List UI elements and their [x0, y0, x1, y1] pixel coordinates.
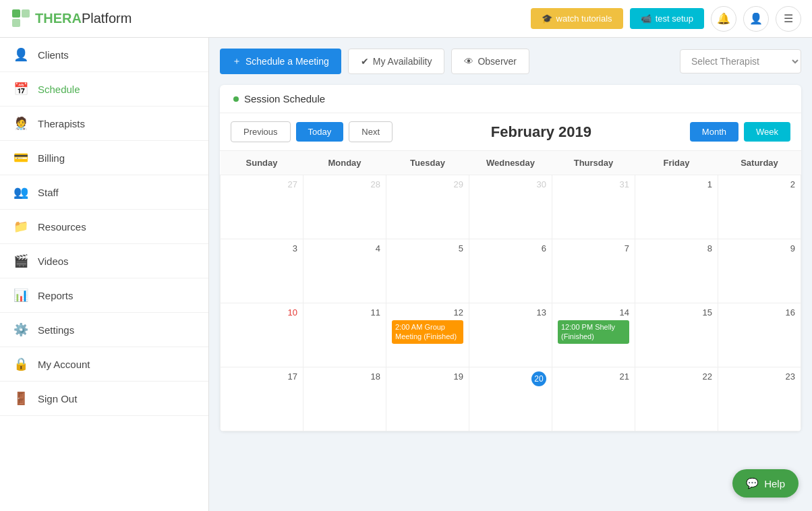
sidebar-sign-out-label: Sign Out — [38, 393, 77, 404]
calendar-cell[interactable]: 19 — [386, 367, 469, 431]
day-number: 17 — [226, 371, 297, 382]
user-icon: 👤 — [749, 12, 763, 25]
notifications-button[interactable]: 🔔 — [711, 6, 736, 32]
calendar-cell[interactable]: 20 — [469, 367, 552, 431]
col-thursday: Thursday — [552, 151, 635, 175]
week-button[interactable]: Week — [744, 122, 790, 142]
sidebar-item-staff[interactable]: 👥 Staff — [0, 175, 208, 210]
reports-icon: 📊 — [13, 288, 28, 303]
test-setup-button[interactable]: 📹 test setup — [630, 8, 704, 29]
sidebar-schedule-label: Schedule — [38, 84, 80, 95]
calendar-cell[interactable]: 30 — [469, 175, 552, 239]
calendar-cell[interactable]: 16 — [718, 303, 801, 367]
menu-button[interactable]: ☰ — [776, 6, 801, 32]
calendar-nav: Previous Today Next February 2019 Month … — [220, 113, 801, 151]
day-number: 10 — [226, 307, 297, 318]
col-sunday: Sunday — [221, 151, 303, 175]
day-number: 23 — [724, 371, 795, 382]
day-number: 30 — [475, 179, 546, 189]
calendar-cell[interactable]: 18 — [303, 367, 386, 431]
day-number: 16 — [724, 307, 795, 318]
my-availability-label: My Availability — [373, 56, 432, 67]
calendar-cell[interactable]: 1 — [635, 175, 718, 239]
calendar-cell[interactable]: 5 — [386, 239, 469, 303]
calendar-cell[interactable]: 28 — [303, 175, 386, 239]
calendar-cell[interactable]: 22 — [635, 367, 718, 431]
svg-rect-2 — [12, 19, 20, 27]
sidebar-item-reports[interactable]: 📊 Reports — [0, 278, 208, 313]
help-label: Help — [764, 478, 785, 489]
calendar-cell[interactable]: 7 — [552, 239, 635, 303]
today-button[interactable]: Today — [296, 122, 344, 142]
calendar-cell[interactable]: 21 — [552, 367, 635, 431]
day-number: 29 — [392, 179, 463, 189]
app-body: 👤 Clients 📅 Schedule 🧑‍⚕️ Therapists 💳 B… — [0, 38, 812, 511]
sidebar-item-billing[interactable]: 💳 Billing — [0, 141, 208, 175]
calendar-cell[interactable]: 29 — [386, 175, 469, 239]
sidebar-item-therapists[interactable]: 🧑‍⚕️ Therapists — [0, 107, 208, 141]
schedule-meeting-label: Schedule a Meeting — [245, 56, 329, 67]
calendar-cell[interactable]: 9 — [718, 239, 801, 303]
day-number: 6 — [475, 243, 546, 253]
calendar-week-row: 17181920212223 — [221, 367, 801, 431]
calendar-header-bar: Session Schedule — [220, 85, 801, 113]
day-number: 31 — [558, 179, 629, 189]
logo: THERAPlatform — [11, 8, 132, 30]
calendar-cell[interactable]: 31 — [552, 175, 635, 239]
sidebar-item-resources[interactable]: 📁 Resources — [0, 210, 208, 244]
watch-tutorials-button[interactable]: 🎓 watch tutorials — [531, 8, 623, 29]
calendar-cell[interactable]: 4 — [303, 239, 386, 303]
sidebar-item-schedule[interactable]: 📅 Schedule — [0, 72, 208, 107]
calendar-week-row: 272829303112 — [221, 175, 801, 239]
help-button[interactable]: 💬 Help — [732, 469, 799, 498]
calendar-cell[interactable]: 23 — [718, 367, 801, 431]
month-button[interactable]: Month — [690, 122, 738, 142]
sidebar-item-settings[interactable]: ⚙️ Settings — [0, 313, 208, 347]
col-friday: Friday — [635, 151, 718, 175]
next-button[interactable]: Next — [349, 121, 393, 142]
calendar-cell[interactable]: 3 — [221, 239, 303, 303]
col-tuesday: Tuesday — [386, 151, 469, 175]
hamburger-icon: ☰ — [784, 12, 793, 25]
calendar-event[interactable]: 2:00 AM Group Meeting (Finished) — [392, 320, 463, 344]
day-number: 5 — [392, 243, 463, 253]
col-monday: Monday — [303, 151, 386, 175]
calendar-cell[interactable]: 17 — [221, 367, 303, 431]
day-number: 28 — [309, 179, 380, 189]
svg-rect-1 — [22, 9, 30, 18]
tutorials-icon: 🎓 — [542, 13, 552, 24]
sidebar-settings-label: Settings — [38, 324, 74, 336]
calendar-cell[interactable]: 8 — [635, 239, 718, 303]
plus-icon: ＋ — [232, 55, 241, 67]
calendar-event[interactable]: 12:00 PM Shelly (Finished) — [558, 320, 629, 344]
calendar-cell[interactable]: 11 — [303, 303, 386, 367]
calendar-title: February 2019 — [398, 123, 685, 141]
sidebar-item-sign-out[interactable]: 🚪 Sign Out — [0, 382, 208, 416]
calendar-cell[interactable]: 122:00 AM Group Meeting (Finished) — [386, 303, 469, 367]
sidebar-item-my-account[interactable]: 🔒 My Account — [0, 347, 208, 382]
sidebar-item-videos[interactable]: 🎬 Videos — [0, 244, 208, 278]
sidebar-item-clients[interactable]: 👤 Clients — [0, 38, 208, 72]
billing-icon: 💳 — [13, 150, 28, 165]
calendar-cell[interactable]: 1412:00 PM Shelly (Finished) — [552, 303, 635, 367]
sign-out-icon: 🚪 — [13, 391, 28, 406]
day-number: 4 — [309, 243, 380, 253]
calendar-cell[interactable]: 15 — [635, 303, 718, 367]
calendar-cell[interactable]: 27 — [221, 175, 303, 239]
check-icon: ✔ — [361, 56, 369, 67]
schedule-meeting-button[interactable]: ＋ Schedule a Meeting — [220, 49, 341, 74]
observer-button[interactable]: 👁 Observer — [451, 49, 529, 74]
sidebar-therapists-label: Therapists — [38, 118, 85, 129]
calendar-cell[interactable]: 13 — [469, 303, 552, 367]
user-button[interactable]: 👤 — [743, 6, 769, 32]
day-number: 9 — [724, 243, 795, 253]
select-therapist-dropdown[interactable]: Select Therapist — [680, 49, 801, 73]
bell-icon: 🔔 — [717, 12, 730, 25]
calendar-cell[interactable]: 2 — [718, 175, 801, 239]
my-availability-button[interactable]: ✔ My Availability — [348, 49, 445, 74]
calendar-cell[interactable]: 6 — [469, 239, 552, 303]
sidebar: 👤 Clients 📅 Schedule 🧑‍⚕️ Therapists 💳 B… — [0, 38, 209, 511]
calendar-cell[interactable]: 10 — [221, 303, 303, 367]
navbar: THERAPlatform 🎓 watch tutorials 📹 test s… — [0, 0, 812, 38]
previous-button[interactable]: Previous — [231, 121, 291, 142]
